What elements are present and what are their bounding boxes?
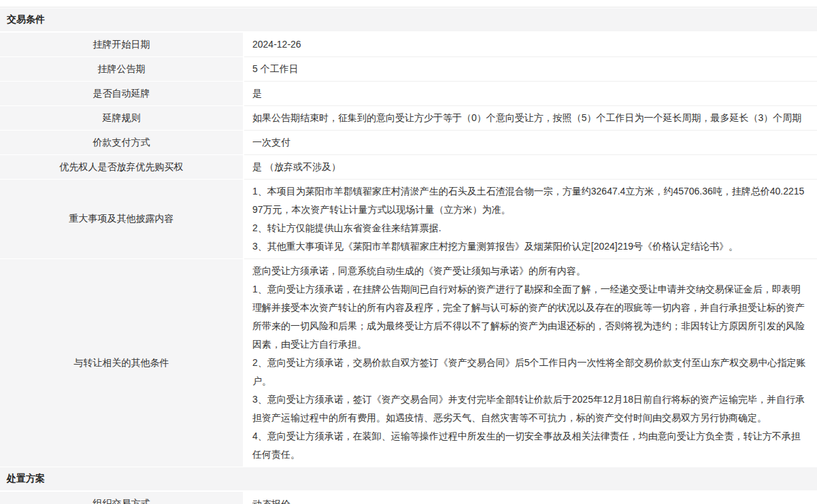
row-label: 挂牌公告期 — [0, 57, 244, 82]
table-row: 与转让相关的其他条件 意向受让方须承诺，同意系统自动生成的《资产受让须知与承诺》… — [0, 259, 817, 467]
row-value: 意向受让方须承诺，同意系统自动生成的《资产受让须知与承诺》的所有内容。1、意向受… — [244, 259, 817, 467]
table-row: 优先权人是否放弃优先购买权 是 （放弃或不涉及） — [0, 155, 817, 180]
row-value: 是 — [244, 82, 817, 106]
table-row: 价款支付方式 一次支付 — [0, 131, 817, 155]
conditions-table: 交易条件 挂牌开始日期 2024-12-26 挂牌公告期 5 个工作日 是否自动… — [0, 7, 817, 504]
value-paragraph: 是 — [252, 84, 809, 103]
value-paragraph: 5 个工作日 — [252, 60, 809, 78]
row-value: 2024-12-26 — [244, 33, 817, 57]
section-rows: 组织交易方式 动态报价 — [0, 492, 817, 504]
value-paragraph: 是 （放弃或不涉及） — [252, 158, 809, 176]
section-header-0: 交易条件 — [0, 7, 817, 33]
listing-detail-page: 交易条件 挂牌开始日期 2024-12-26 挂牌公告期 5 个工作日 是否自动… — [0, 0, 817, 504]
value-paragraph: 一次支付 — [252, 133, 809, 152]
section-header-1: 处置方案 — [0, 467, 817, 492]
row-value: 5 个工作日 — [244, 57, 817, 82]
table-row: 延牌规则 如果公告期结束时，征集到的意向受让方少于等于（0）个意向受让方，按照（… — [0, 106, 817, 131]
table-row: 组织交易方式 动态报价 — [0, 492, 817, 504]
row-label: 挂牌开始日期 — [0, 33, 244, 57]
value-paragraph: 4、意向受让方须承诺，在装卸、运输等操作过程中所发生的一切安全事故及相关法律责任… — [252, 427, 809, 464]
value-paragraph: 如果公告期结束时，征集到的意向受让方少于等于（0）个意向受让方，按照（5）个工作… — [252, 109, 809, 127]
value-paragraph: 2、意向受让方须承诺，交易价款自双方签订《资产交易合同》后5个工作日内一次性将全… — [252, 354, 809, 390]
row-value: 动态报价 — [244, 492, 817, 504]
table-row: 是否自动延牌 是 — [0, 82, 817, 106]
row-value: 如果公告期结束时，征集到的意向受让方少于等于（0）个意向受让方，按照（5）个工作… — [244, 106, 817, 131]
row-label: 是否自动延牌 — [0, 82, 244, 106]
value-paragraph: 2、转让方仅能提供山东省资金往来结算票据. — [252, 219, 809, 237]
table-row: 挂牌开始日期 2024-12-26 — [0, 33, 817, 57]
row-label: 组织交易方式 — [0, 492, 244, 504]
section-title: 交易条件 — [7, 14, 45, 26]
row-value: 是 （放弃或不涉及） — [244, 155, 817, 180]
value-paragraph: 动态报价 — [252, 495, 809, 504]
row-label: 延牌规则 — [0, 106, 244, 131]
row-label: 重大事项及其他披露内容 — [0, 180, 244, 259]
table-section: 交易条件 挂牌开始日期 2024-12-26 挂牌公告期 5 个工作日 是否自动… — [0, 7, 817, 467]
section-rows: 挂牌开始日期 2024-12-26 挂牌公告期 5 个工作日 是否自动延牌 是 … — [0, 33, 817, 467]
value-paragraph: 1、意向受让方须承诺，在挂牌公告期间已自行对标的资产进行了勘探和全面了解，一经递… — [252, 280, 809, 354]
row-label: 优先权人是否放弃优先购买权 — [0, 155, 244, 180]
table-row: 挂牌公告期 5 个工作日 — [0, 57, 817, 82]
value-paragraph: 3、其他重大事项详见《莱阳市羊郡镇翟家庄村挖方量测算报告》及烟莱阳价认定[202… — [252, 237, 809, 256]
row-value: 一次支付 — [244, 131, 817, 155]
table-row: 重大事项及其他披露内容 1、本项目为莱阳市羊郡镇翟家庄村清淤产生的石头及土石渣混… — [0, 180, 817, 259]
value-paragraph: 1、本项目为莱阳市羊郡镇翟家庄村清淤产生的石头及土石渣混合物一宗，方量约3264… — [252, 182, 809, 219]
row-label: 价款支付方式 — [0, 131, 244, 155]
value-paragraph: 意向受让方须承诺，同意系统自动生成的《资产受让须知与承诺》的所有内容。 — [252, 262, 809, 280]
value-paragraph: 3、意向受让方须承诺，签订《资产交易合同》并支付完毕全部转让价款后于2025年1… — [252, 390, 809, 427]
row-value: 1、本项目为莱阳市羊郡镇翟家庄村清淤产生的石头及土石渣混合物一宗，方量约3264… — [244, 180, 817, 259]
value-paragraph: 2024-12-26 — [252, 35, 809, 54]
row-label: 与转让相关的其他条件 — [0, 259, 244, 467]
table-section: 处置方案 组织交易方式 动态报价 — [0, 467, 817, 504]
section-title: 处置方案 — [7, 473, 45, 485]
